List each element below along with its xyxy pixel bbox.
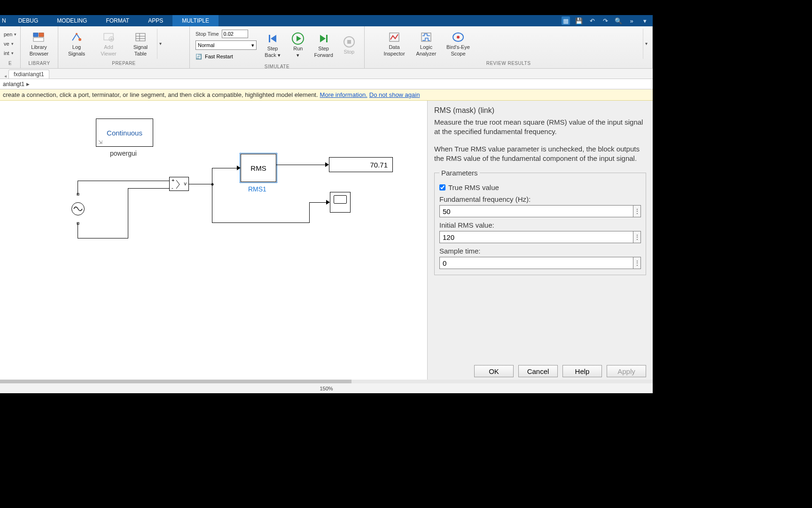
stop-time-label: Stop Time	[195, 31, 219, 37]
ribbon-tabbar: N DEBUG MODELING FORMAT APPS MULTIPLE ▦ …	[0, 15, 653, 26]
cancel-button[interactable]: Cancel	[518, 365, 558, 377]
sample-time-more-button[interactable]: ⋮	[633, 257, 641, 269]
display-block[interactable]: 70.71	[329, 157, 393, 172]
powergui-block[interactable]: Continuous ⇲	[96, 119, 153, 147]
svg-marker-14	[271, 35, 276, 42]
tab-apps[interactable]: APPS	[139, 15, 172, 26]
powergui-label: powergui	[110, 150, 137, 157]
panel-desc-1: Measure the true root mean square (RMS) …	[434, 118, 646, 137]
voltage-measurement-block[interactable]: + - v	[169, 177, 189, 191]
link-icon: ⇲	[98, 139, 102, 145]
svg-marker-17	[320, 35, 326, 42]
search-icon[interactable]: 🔍	[614, 16, 623, 25]
zoom-level[interactable]: 150%	[320, 386, 333, 391]
fast-restart-icon: 🔄	[195, 54, 202, 60]
freq-label: Fundamental frequency (Hz):	[439, 195, 641, 203]
stop-button[interactable]: Stop	[337, 30, 361, 61]
file-tab[interactable]: fxdianlangt1	[8, 70, 49, 79]
birds-eye-scope-button[interactable]: Bird's-Eye Scope	[443, 28, 474, 59]
ac-source-block[interactable]	[71, 202, 85, 215]
model-canvas[interactable]: Continuous ⇲ powergui + - v RMS RMS1	[0, 101, 427, 383]
play-icon	[292, 32, 304, 45]
svg-rect-20	[347, 40, 351, 44]
svg-rect-0	[33, 33, 38, 37]
undo-icon[interactable]: ↶	[588, 16, 596, 25]
review-gallery-expand[interactable]: ▾	[643, 29, 649, 59]
rms-block-label: RMS1	[248, 185, 266, 193]
ok-button[interactable]: OK	[474, 365, 514, 377]
more-info-link[interactable]: More information.	[320, 91, 367, 98]
step-forward-button[interactable]: Step Forward	[312, 30, 336, 61]
block-parameters-panel: RMS (mask) (link) Measure the true root …	[427, 101, 653, 383]
fast-restart-toggle[interactable]: 🔄 Fast Restart	[195, 52, 257, 61]
quick-access: ▦ 💾 ↶ ↷ 🔍 » ▾	[558, 15, 653, 26]
step-back-icon	[266, 32, 279, 45]
breadcrumb[interactable]: anlangt1▶	[0, 79, 653, 89]
tab-debug[interactable]: DEBUG	[9, 15, 48, 26]
info-text: create a connection, click a port, termi…	[3, 91, 318, 98]
freq-input[interactable]	[439, 205, 633, 217]
rms-block[interactable]: RMS	[241, 154, 276, 182]
file-tabbar: ◂ fxdianlangt1	[0, 69, 653, 79]
run-button[interactable]: Run ▾	[286, 30, 310, 61]
table-icon	[134, 31, 147, 43]
help-button[interactable]: Help	[562, 365, 602, 377]
svg-rect-1	[39, 33, 44, 37]
viewer-icon	[102, 31, 115, 43]
logic-analyzer-icon	[420, 31, 432, 43]
stop-icon	[343, 36, 355, 48]
horizontal-scrollbar[interactable]	[0, 380, 653, 383]
step-forward-icon	[318, 32, 330, 45]
svg-rect-2	[33, 38, 44, 41]
true-rms-checkbox[interactable]	[439, 184, 445, 190]
stop-time-input[interactable]	[222, 30, 248, 38]
birds-eye-icon	[452, 31, 464, 43]
sample-time-input[interactable]	[439, 257, 633, 269]
add-viewer-button[interactable]: Add Viewer	[93, 28, 124, 59]
prepare-gallery-expand[interactable]: ▾	[157, 29, 164, 59]
open-menu[interactable]: pen▾	[4, 30, 16, 39]
svg-point-24	[457, 36, 460, 39]
sample-time-label: Sample time:	[439, 247, 641, 255]
true-rms-label: True RMS value	[448, 183, 499, 191]
library-browser-button[interactable]: Library Browser	[23, 28, 55, 59]
apply-button[interactable]: Apply	[607, 365, 646, 377]
svg-point-3	[76, 33, 78, 35]
sim-mode-select[interactable]: Normal▾	[195, 40, 257, 50]
step-back-button[interactable]: Step Back ▾	[260, 30, 285, 61]
panel-desc-2: When True RMS value parameter is uncheck…	[434, 144, 646, 164]
chevron-right-icon: ▶	[26, 82, 30, 87]
info-bar: create a connection, click a port, termi…	[0, 89, 653, 101]
expand-icon[interactable]: »	[627, 16, 636, 25]
dismiss-link[interactable]: Do not show again	[369, 91, 420, 98]
signal-table-button[interactable]: Signal Table	[125, 28, 156, 59]
tab-multiple[interactable]: MULTIPLE	[172, 15, 219, 26]
tab-prev[interactable]: ◂	[2, 73, 8, 79]
print-menu[interactable]: int▾	[4, 49, 16, 57]
init-input[interactable]	[439, 231, 633, 243]
more-icon[interactable]: ▾	[640, 16, 649, 25]
data-inspector-button[interactable]: Data Inspector	[379, 28, 410, 59]
panel-icon[interactable]: ▦	[562, 16, 570, 25]
init-label: Initial RMS value:	[439, 221, 641, 229]
toolstrip: pen▾ ve▾ int▾ E Library Browser LIBRARY	[0, 26, 653, 69]
save-icon[interactable]: 💾	[575, 16, 583, 25]
tab-modeling[interactable]: MODELING	[47, 15, 96, 26]
init-more-button[interactable]: ⋮	[633, 231, 641, 243]
status-bar: 150%	[0, 383, 653, 393]
panel-title: RMS (mask) (link)	[434, 106, 646, 115]
save-menu[interactable]: ve▾	[4, 40, 16, 48]
svg-rect-13	[269, 35, 270, 42]
svg-point-4	[78, 38, 81, 41]
logic-analyzer-button[interactable]: Logic Analyzer	[411, 28, 442, 59]
tab-n[interactable]: N	[0, 15, 9, 26]
log-signals-button[interactable]: Log Signals	[61, 28, 92, 59]
library-icon	[33, 31, 45, 43]
tab-format[interactable]: FORMAT	[96, 15, 139, 26]
antenna-icon	[70, 31, 83, 43]
svg-rect-9	[136, 33, 145, 41]
freq-more-button[interactable]: ⋮	[633, 205, 641, 217]
scope-block[interactable]	[330, 192, 351, 213]
redo-icon[interactable]: ↷	[601, 16, 609, 25]
svg-rect-18	[326, 35, 328, 42]
